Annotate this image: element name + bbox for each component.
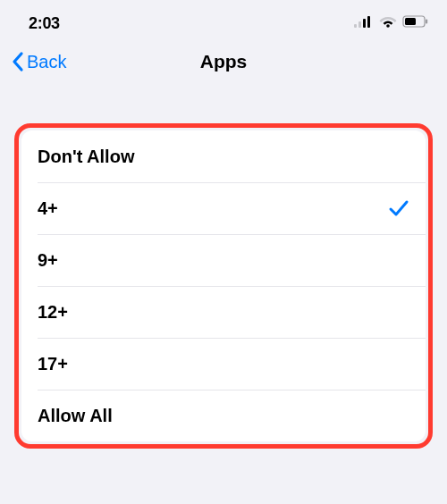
svg-point-4 — [386, 24, 390, 28]
option-12plus[interactable]: 12+ — [21, 286, 426, 338]
option-label: 12+ — [38, 302, 68, 323]
checkmark-icon — [388, 198, 409, 218]
option-label: Don't Allow — [38, 147, 134, 167]
chevron-left-icon — [11, 51, 25, 72]
option-label: 9+ — [38, 250, 58, 271]
battery-icon — [402, 15, 429, 31]
page-title: Apps — [200, 51, 248, 72]
options-list: Don't Allow 4+ 9+ 12+ 17+ Allow All — [21, 130, 426, 441]
wifi-icon — [379, 15, 397, 31]
back-button[interactable]: Back — [11, 51, 66, 72]
option-dont-allow[interactable]: Don't Allow — [21, 130, 426, 182]
status-time: 2:03 — [29, 14, 60, 33]
cellular-icon — [354, 15, 374, 31]
svg-rect-2 — [363, 19, 366, 28]
svg-rect-6 — [405, 18, 416, 25]
option-allow-all[interactable]: Allow All — [21, 390, 426, 441]
status-indicators — [354, 15, 429, 31]
highlight-frame: Don't Allow 4+ 9+ 12+ 17+ Allow All — [14, 123, 433, 449]
option-9plus[interactable]: 9+ — [21, 234, 426, 286]
option-label: 4+ — [38, 198, 58, 219]
option-4plus[interactable]: 4+ — [21, 182, 426, 234]
svg-rect-1 — [358, 21, 361, 28]
svg-rect-0 — [354, 24, 357, 28]
nav-bar: Back Apps — [0, 39, 447, 84]
svg-rect-3 — [367, 16, 370, 28]
back-label: Back — [27, 52, 66, 72]
option-label: 17+ — [38, 354, 68, 374]
svg-rect-7 — [426, 20, 427, 24]
status-bar: 2:03 — [0, 0, 447, 39]
option-label: Allow All — [38, 406, 113, 426]
option-17plus[interactable]: 17+ — [21, 338, 426, 390]
